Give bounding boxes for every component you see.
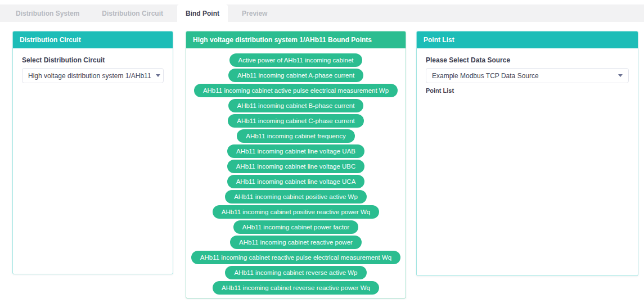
bound-point-pill[interactable]: AHb11 incoming cabinet C-phase current <box>228 114 363 128</box>
bound-point-label: AHb11 incoming cabinet line voltage UCA <box>236 178 356 185</box>
tab-preview[interactable]: Preview <box>233 4 276 22</box>
bound-point-label: AHb11 incoming cabinet line voltage UAB <box>236 148 355 155</box>
bound-point-label: AHb11 incoming cabinet reverse active Wp <box>234 269 357 276</box>
chevron-down-icon <box>156 74 160 77</box>
bound-point-label: AHb11 incoming cabinet positive reactive… <box>222 209 370 215</box>
bound-point-pill[interactable]: AHb11 incoming cabinet reverse reactive … <box>213 281 379 295</box>
bound-point-pill[interactable]: AHb11 incoming cabinet power factor <box>233 220 358 234</box>
data-source-select-value: Example Modbus TCP Data Source <box>432 72 539 80</box>
bound-point-pill[interactable]: AHb11 incoming cabinet line voltage UAB <box>227 144 364 158</box>
tab-label: Distribution System <box>16 10 79 17</box>
panel-title: Distribution Circuit <box>13 31 173 48</box>
point-list-label: Point List <box>426 87 629 94</box>
distribution-circuit-select[interactable]: High voltage distribution system 1/AHb11 <box>22 68 164 83</box>
bound-points-list: Active power of AHb11 incoming cabinet A… <box>186 48 406 295</box>
panel-title: High voltage distribution system 1/AHb11… <box>186 31 406 48</box>
bound-point-pill[interactable]: AHb11 incoming cabinet B-phase current <box>228 99 364 112</box>
tab-distribution-circuit[interactable]: Distribution Circuit <box>93 4 172 22</box>
select-distribution-circuit-label: Select Distribution Circuit <box>22 56 164 64</box>
bound-point-label: AHb11 incoming cabinet reverse reactive … <box>222 284 370 291</box>
tab-label: Preview <box>242 10 267 17</box>
tab-distribution-system[interactable]: Distribution System <box>7 4 88 22</box>
chevron-down-icon <box>618 74 623 77</box>
bound-points-panel: High voltage distribution system 1/AHb11… <box>186 31 406 299</box>
bound-point-label: AHb11 incoming cabinet positive active W… <box>234 193 358 200</box>
data-source-select-label: Please Select Data Source <box>426 56 629 64</box>
bound-point-pill[interactable]: AHb11 incoming cabinet line voltage UCA <box>227 175 365 188</box>
bound-point-pill[interactable]: AHb11 incoming cabinet active pulse elec… <box>194 84 398 97</box>
data-source-select[interactable]: Example Modbus TCP Data Source <box>426 68 629 83</box>
bound-point-label: AHb11 incoming cabinet active pulse elec… <box>203 87 389 94</box>
bound-point-label: AHb11 incoming cabinet C-phase current <box>237 117 354 124</box>
bound-point-pill[interactable]: AHb11 incoming cabinet line voltage UBC <box>227 160 365 173</box>
bound-point-pill[interactable]: AHb11 incoming cabinet positive active W… <box>225 190 367 203</box>
tab-bind-point[interactable]: Bind Point <box>177 4 228 22</box>
bound-point-pill[interactable]: AHb11 incoming cabinet reverse active Wp <box>225 266 366 279</box>
bound-point-label: AHb11 incoming cabinet A-phase current <box>237 72 354 79</box>
bound-point-pill[interactable]: AHb11 incoming cabinet reactive power <box>230 236 362 249</box>
distribution-circuit-select-value: High voltage distribution system 1/AHb11 <box>28 72 151 80</box>
tab-label: Bind Point <box>186 10 219 17</box>
bound-point-label: AHb11 incoming cabinet frequency <box>246 133 346 139</box>
bound-point-pill[interactable]: AHb11 incoming cabinet positive reactive… <box>213 205 379 219</box>
bound-point-label: AHb11 incoming cabinet power factor <box>242 224 349 230</box>
point-list-panel: Point List Please Select Data Source Exa… <box>416 31 638 276</box>
bound-point-label: AHb11 incoming cabinet line voltage UBC <box>236 163 356 170</box>
bound-point-label: AHb11 incoming cabinet reactive power <box>239 239 353 246</box>
bound-point-pill[interactable]: AHb11 incoming cabinet A-phase current <box>228 69 363 82</box>
bound-point-pill[interactable]: Active power of AHb11 incoming cabinet <box>229 53 363 67</box>
bound-point-pill[interactable]: AHb11 incoming cabinet reactive pulse el… <box>191 251 400 264</box>
bound-point-label: AHb11 incoming cabinet reactive pulse el… <box>200 254 391 261</box>
point-list-panel-body: Please Select Data Source Example Modbus… <box>417 48 638 102</box>
bound-point-label: AHb11 incoming cabinet B-phase current <box>237 102 355 109</box>
bound-point-label: Active power of AHb11 incoming cabinet <box>238 57 354 64</box>
tab-bar: Distribution System Distribution Circuit… <box>0 4 644 22</box>
tab-label: Distribution Circuit <box>102 10 163 17</box>
distribution-circuit-panel: Distribution Circuit Select Distribution… <box>12 31 173 274</box>
panel-title: Point List <box>417 31 638 48</box>
distribution-circuit-panel-body: Select Distribution Circuit High voltage… <box>13 48 173 91</box>
bound-point-pill[interactable]: AHb11 incoming cabinet frequency <box>237 129 355 143</box>
